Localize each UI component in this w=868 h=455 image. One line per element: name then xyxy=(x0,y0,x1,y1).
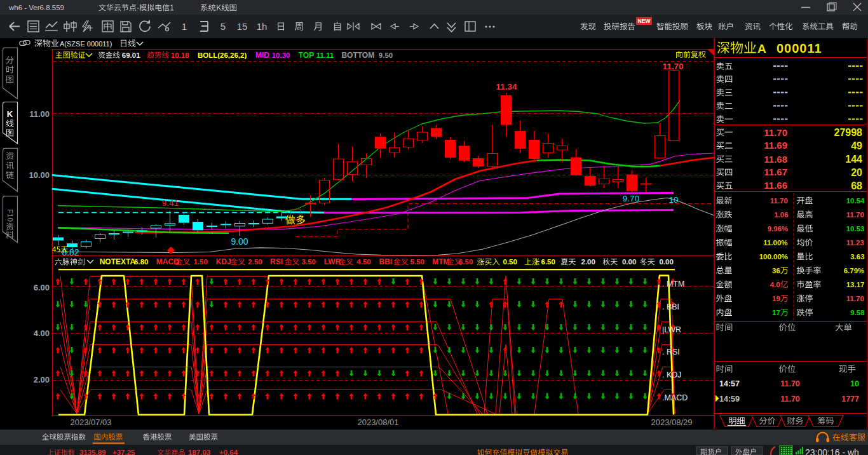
svg-text:10.18: 10.18 xyxy=(171,51,189,59)
svg-text:6.50: 6.50 xyxy=(459,258,473,266)
svg-text:100.00%: 100.00% xyxy=(759,253,788,261)
svg-text:6.50: 6.50 xyxy=(541,258,555,266)
svg-text:4.00: 4.00 xyxy=(34,329,50,338)
svg-text:2.50: 2.50 xyxy=(248,258,262,266)
svg-text:1.50: 1.50 xyxy=(194,258,208,266)
svg-text:. BBI: . BBI xyxy=(662,302,679,311)
svg-text:11.70: 11.70 xyxy=(770,197,788,205)
svg-text:11.67: 11.67 xyxy=(764,166,787,177)
svg-text:MTM: MTM xyxy=(432,257,449,266)
svg-text:0.00: 0.00 xyxy=(622,258,636,266)
svg-text:000011: 000011 xyxy=(776,41,822,55)
svg-text:11.70: 11.70 xyxy=(764,127,787,138)
svg-text:6.80: 6.80 xyxy=(134,258,148,266)
svg-text:17: 17 xyxy=(772,309,780,316)
svg-text:11.66: 11.66 xyxy=(764,180,787,191)
svg-text:10.53: 10.53 xyxy=(846,225,865,233)
svg-text:11.68: 11.68 xyxy=(764,154,787,165)
svg-text:MID: MID xyxy=(255,51,269,60)
svg-text:9.58: 9.58 xyxy=(850,309,865,316)
svg-text:0.50: 0.50 xyxy=(503,258,517,266)
svg-text:11.34: 11.34 xyxy=(496,82,517,92)
svg-text:9.41: 9.41 xyxy=(162,198,179,208)
svg-text:14:57: 14:57 xyxy=(719,379,740,388)
svg-text:49: 49 xyxy=(851,140,862,151)
svg-text:LWR: LWR xyxy=(324,257,341,266)
svg-text:9.70: 9.70 xyxy=(623,194,639,203)
svg-text:0.00: 0.00 xyxy=(659,258,673,266)
svg-text:2.00: 2.00 xyxy=(581,258,595,266)
svg-text:13.17: 13.17 xyxy=(846,281,865,289)
svg-text:MACD: MACD xyxy=(156,257,179,266)
svg-text:27998: 27998 xyxy=(834,127,863,138)
svg-text:A(SZSE 000011): A(SZSE 000011) xyxy=(60,40,112,48)
svg-text:4.50: 4.50 xyxy=(356,258,370,266)
svg-text:|LWR: |LWR xyxy=(662,325,681,334)
svg-text:11.70: 11.70 xyxy=(846,295,864,302)
svg-text:NOTEXTA: NOTEXTA xyxy=(100,257,136,266)
svg-text:15: 15 xyxy=(237,21,248,32)
svg-text:11.70: 11.70 xyxy=(780,395,800,404)
svg-text:11.11: 11.11 xyxy=(316,51,334,59)
svg-text:19: 19 xyxy=(772,295,780,302)
svg-text:KDJ: KDJ xyxy=(216,257,231,266)
svg-text:1777: 1777 xyxy=(841,395,859,404)
svg-text:2.00: 2.00 xyxy=(34,375,50,384)
svg-text:2023/08/29: 2023/08/29 xyxy=(651,418,692,427)
svg-text:10: 10 xyxy=(850,379,859,388)
svg-text:11.00%: 11.00% xyxy=(763,239,787,247)
svg-text:11.69: 11.69 xyxy=(764,140,787,151)
svg-text:4.0: 4.0 xyxy=(770,281,780,289)
svg-text:11.70: 11.70 xyxy=(846,211,864,219)
svg-text:36: 36 xyxy=(772,267,780,275)
svg-text:. RSI: . RSI xyxy=(662,348,680,357)
svg-text:1: 1 xyxy=(182,21,187,32)
svg-text:11.23: 11.23 xyxy=(846,239,864,247)
svg-text:3.50: 3.50 xyxy=(302,258,316,266)
svg-text:3135.89: 3135.89 xyxy=(79,449,106,455)
svg-text:9.00: 9.00 xyxy=(231,236,248,247)
svg-text:9.96%: 9.96% xyxy=(768,225,789,233)
svg-text:20: 20 xyxy=(851,167,862,178)
svg-text:23:00:16 - wh: 23:00:16 - wh xyxy=(805,447,859,455)
svg-text:TOP: TOP xyxy=(299,51,314,60)
svg-text:. KDJ: . KDJ xyxy=(662,370,682,379)
svg-text:69.01: 69.01 xyxy=(122,51,140,59)
svg-text:.MACD: .MACD xyxy=(662,393,688,402)
svg-text:K: K xyxy=(7,109,13,119)
svg-text:+37.25: +37.25 xyxy=(112,449,135,455)
svg-text:68: 68 xyxy=(851,180,862,191)
svg-text:2023/07/03: 2023/07/03 xyxy=(70,418,111,427)
svg-text:14:59: 14:59 xyxy=(719,395,740,404)
svg-text:1h: 1h xyxy=(257,21,268,32)
svg-text:BBI: BBI xyxy=(379,257,393,266)
svg-text:187.03: 187.03 xyxy=(188,449,210,455)
svg-text:BOLL(26,26,2): BOLL(26,26,2) xyxy=(198,51,247,59)
svg-text:F10: F10 xyxy=(6,209,14,222)
svg-text:6.00: 6.00 xyxy=(34,283,50,292)
svg-text:9.50: 9.50 xyxy=(379,51,393,59)
svg-text:NEW: NEW xyxy=(638,18,651,24)
svg-text:1.06: 1.06 xyxy=(774,211,788,219)
svg-text:5: 5 xyxy=(220,21,226,32)
svg-text:RSI: RSI xyxy=(270,257,283,266)
svg-text:3.63: 3.63 xyxy=(850,253,864,261)
svg-text:11.70: 11.70 xyxy=(780,379,800,388)
svg-text:10.00: 10.00 xyxy=(29,170,50,180)
svg-text:10.54: 10.54 xyxy=(846,197,865,205)
svg-text:11.00: 11.00 xyxy=(29,109,50,119)
svg-text:5.50: 5.50 xyxy=(410,258,424,266)
svg-text:. MTM: . MTM xyxy=(662,280,684,289)
svg-text:wh6 - Ver6.8.559: wh6 - Ver6.8.559 xyxy=(8,4,64,11)
svg-text:BOTTOM: BOTTOM xyxy=(341,51,374,60)
svg-text:10.30: 10.30 xyxy=(272,51,290,59)
svg-text:2023/08/01: 2023/08/01 xyxy=(357,418,398,427)
svg-text:+0.64: +0.64 xyxy=(219,449,238,455)
svg-text:A: A xyxy=(757,42,766,55)
svg-text:11.70: 11.70 xyxy=(662,62,683,71)
svg-text:10: 10 xyxy=(668,195,678,205)
svg-text:6.79%: 6.79% xyxy=(844,267,865,275)
svg-text:144: 144 xyxy=(845,154,862,165)
